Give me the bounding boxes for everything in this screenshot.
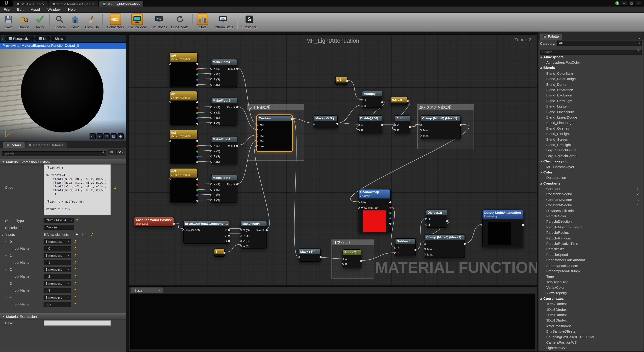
output-pin[interactable] bbox=[196, 194, 198, 196]
input-pin[interactable] bbox=[358, 201, 360, 203]
palette-item-particledirection[interactable]: ParticleDirection bbox=[538, 219, 643, 224]
output-pin[interactable] bbox=[196, 184, 198, 186]
output-pin[interactable] bbox=[346, 80, 348, 82]
reset-icon[interactable]: ↺ bbox=[74, 282, 76, 285]
palette-item-2dto1dindex[interactable]: 2Dto1DIndex bbox=[538, 312, 643, 318]
palette-item-blend-hardlight[interactable]: Blend_HardLight bbox=[538, 98, 643, 104]
palette-item-lightmapuvs[interactable]: LightmapUVs bbox=[538, 345, 643, 351]
toolbar-live-nodes-button[interactable]: Live Nodes bbox=[148, 13, 169, 29]
palette-item-1dto2dindex[interactable]: 1Dto2DIndex bbox=[538, 301, 643, 307]
palette-item-lerp-scratchgrime[interactable]: Lerp_ScratchGrime bbox=[538, 148, 643, 153]
palette-item-1dto3dindex[interactable]: 1Dto3DIndex bbox=[538, 307, 643, 312]
members-dropdown[interactable]: 1 members▾ bbox=[44, 239, 71, 244]
tab-stats[interactable]: Stats ▾ bbox=[131, 288, 163, 293]
output-pin[interactable] bbox=[196, 156, 198, 158]
palette-category-chromakeying[interactable]: ◢Chromakeying bbox=[538, 159, 643, 164]
output-pin[interactable] bbox=[360, 260, 362, 262]
palette-item-lerp-scratchgrime2[interactable]: Lerp_ScratchGrime2 bbox=[538, 153, 643, 159]
palette-item-constant2vector[interactable]: Constant2Vector2 bbox=[538, 191, 643, 197]
tab-details[interactable]: Details bbox=[3, 142, 25, 148]
viewport-lit-button[interactable]: Lit bbox=[35, 36, 50, 41]
input-pin[interactable] bbox=[210, 150, 212, 152]
palette-category-atmosphere[interactable]: ◢Atmosphere bbox=[538, 54, 643, 60]
graph-node-add[interactable]: AddAB bbox=[394, 115, 410, 133]
input-pin[interactable] bbox=[313, 123, 315, 125]
preview-shape-custom-icon[interactable]: ◆ bbox=[118, 133, 124, 140]
palette-item-blend-colorburn[interactable]: Blend_ColorBurn bbox=[538, 71, 643, 76]
input-pin[interactable] bbox=[210, 189, 212, 191]
input-pin[interactable] bbox=[210, 145, 212, 147]
palette-item-blend-screen[interactable]: Blend_Screen bbox=[538, 137, 643, 142]
input-pin[interactable] bbox=[210, 199, 212, 201]
input-name-field[interactable]: m0 bbox=[44, 246, 71, 251]
palette-item-time[interactable]: Time bbox=[538, 274, 643, 279]
input-pin[interactable] bbox=[361, 105, 363, 107]
menu-file[interactable]: File bbox=[0, 6, 14, 12]
expand-arrow-icon[interactable]: ▾ bbox=[5, 282, 6, 285]
graph-node-div2[interactable]: Divide(,2)AB bbox=[426, 209, 447, 228]
maximize-icon[interactable]: □ bbox=[628, 1, 634, 6]
input-pin[interactable] bbox=[424, 253, 426, 255]
input-pin[interactable] bbox=[358, 207, 360, 209]
reset-icon[interactable]: ↺ bbox=[74, 289, 76, 292]
expand-arrow-icon[interactable]: ▾ bbox=[2, 234, 3, 237]
members-dropdown[interactable]: 1 members▾ bbox=[44, 267, 71, 272]
toolbar-save-button[interactable]: Save bbox=[1, 13, 16, 29]
input-pin[interactable] bbox=[210, 161, 212, 163]
palette-category-color[interactable]: ◢Color bbox=[538, 170, 643, 175]
input-pin[interactable] bbox=[256, 135, 258, 137]
minimize-icon[interactable]: – bbox=[621, 1, 627, 6]
reset-icon[interactable]: ↺ bbox=[113, 186, 116, 190]
toolbar-substance-button[interactable]: SSubstance bbox=[239, 13, 259, 29]
output-pin[interactable] bbox=[196, 200, 198, 202]
palette-item-blend-softlight[interactable]: Blend_SoftLight bbox=[538, 142, 643, 148]
palette-item-twosidedsign[interactable]: TwoSidedSign bbox=[538, 279, 643, 285]
output-pin[interactable] bbox=[390, 201, 392, 203]
input-pin[interactable] bbox=[298, 256, 300, 258]
palette-item-constant4vector[interactable]: Constant4Vector4 bbox=[538, 202, 643, 208]
input-pin[interactable] bbox=[256, 145, 258, 147]
palette-item-particlespeed[interactable]: ParticleSpeed bbox=[538, 252, 643, 257]
graph-node-mf4_4[interactable]: MakeFloat4X (S)Y (S)Z (S)A (S)Result bbox=[241, 221, 267, 249]
input-pin[interactable] bbox=[210, 183, 212, 185]
graph-node-multiply[interactable]: MultiplyAB bbox=[362, 91, 382, 108]
input-pin[interactable] bbox=[420, 135, 422, 137]
input-pin[interactable] bbox=[425, 218, 427, 220]
input-pin[interactable] bbox=[256, 140, 258, 142]
output-pin[interactable] bbox=[228, 240, 230, 242]
toolbar-stats-button[interactable]: Stats bbox=[195, 13, 210, 29]
output-pin[interactable] bbox=[406, 100, 408, 102]
menu-edit[interactable]: Edit bbox=[14, 6, 27, 12]
palette-category-blends[interactable]: ◢Blends bbox=[538, 65, 643, 71]
input-pin[interactable] bbox=[210, 68, 212, 70]
palette-item-particlerelativetime[interactable]: ParticleRelativeTime bbox=[538, 241, 643, 246]
toolbar-platform-stats-button[interactable]: Platform Stats bbox=[210, 13, 235, 29]
input-pin[interactable] bbox=[169, 140, 171, 142]
palette-item-blend-linearburn[interactable]: Blend_LinearBurn bbox=[538, 109, 643, 115]
input-pin[interactable] bbox=[240, 245, 242, 247]
chevron-down-icon[interactable]: ▾ bbox=[639, 37, 642, 40]
input-pin[interactable] bbox=[424, 243, 426, 245]
reset-icon[interactable]: ↺ bbox=[74, 247, 76, 251]
input-pin[interactable] bbox=[240, 240, 242, 242]
input-pin[interactable] bbox=[210, 84, 212, 86]
expand-arrow-icon[interactable]: ▾ bbox=[5, 296, 6, 299]
output-pin[interactable] bbox=[236, 106, 238, 108]
palette-item-desaturation[interactable]: Desaturation bbox=[538, 175, 643, 180]
graph-node-awp[interactable]: Absolute World PositionInput Data bbox=[134, 217, 174, 227]
input-name-field[interactable]: m1 bbox=[44, 260, 71, 265]
menu-help[interactable]: Help bbox=[64, 6, 79, 12]
graph-panel[interactable]: MF_LightAttenuation Zoom -2 MATERIAL FUN… bbox=[128, 34, 537, 286]
output-pin[interactable] bbox=[196, 107, 198, 109]
palette-category-coordinates[interactable]: ◢Coordinates bbox=[538, 296, 643, 301]
help-icon[interactable]: ? bbox=[615, 1, 620, 6]
graph-node-maskr[interactable]: Mask ( R ) bbox=[298, 248, 321, 262]
graph-node-m3[interactable]: m3Param (0,0,0,0) bbox=[170, 168, 198, 203]
output-pin[interactable] bbox=[446, 220, 448, 222]
graph-node-div256[interactable]: Divide(,256)AB bbox=[358, 115, 382, 133]
graph-node-custom[interactable]: Customm0m1m2m3pos bbox=[257, 115, 292, 151]
reset-icon[interactable]: ↺ bbox=[76, 218, 79, 222]
input-pin[interactable] bbox=[394, 124, 396, 126]
input-pin[interactable] bbox=[169, 63, 171, 65]
reset-icon[interactable]: ↺ bbox=[74, 268, 76, 271]
